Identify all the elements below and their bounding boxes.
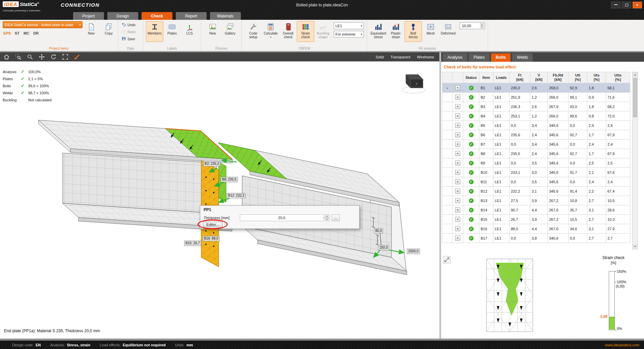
bolt-row-b5[interactable]: +✓B5LE10,03,4345,60,02,42,4 — [442, 121, 630, 130]
bolt-row-b3[interactable]: +✓B3LE1236,32,6267,993,01,868,2 — [442, 102, 630, 111]
results-tab-bolts[interactable]: Bolts — [491, 53, 511, 62]
end-plate-green[interactable] — [219, 162, 226, 202]
expand-row-button[interactable]: + — [455, 104, 460, 109]
expand-row-button[interactable]: + — [455, 189, 460, 194]
expand-row-button[interactable]: + — [455, 170, 460, 175]
fe-mesh-button[interactable]: Mesh — [422, 21, 439, 42]
expand-row-button[interactable]: + — [455, 236, 460, 241]
data-undo-button[interactable]: Undo — [121, 22, 140, 28]
expand-row-button[interactable]: + — [455, 85, 460, 90]
load-effect-select[interactable]: LE1 ▾ — [334, 22, 364, 29]
cbfem-code-setup-button[interactable]: Code setup — [245, 21, 262, 42]
bolt-row-b13[interactable]: +✓B13LE127,53,9267,210,82,710,5 — [442, 196, 630, 205]
bolt-row-b10[interactable]: +✓B10LE1233,13,0345,691,72,167,6 — [442, 168, 630, 177]
cbfem-overall-check-button[interactable]: Overall check — [279, 21, 297, 42]
close-button[interactable]: × — [633, 2, 642, 8]
spin-down-icon[interactable]: ▼ — [480, 26, 484, 29]
bolt-row-b15[interactable]: +✓B15LE126,73,9267,210,52,710,3 — [442, 215, 630, 224]
bolt-row-b4[interactable]: +✓B4LE1253,11,2266,099,60,872,0 — [442, 111, 630, 121]
paint-icon[interactable] — [74, 54, 80, 60]
expand-row-button[interactable]: + — [455, 151, 460, 156]
display-mode-solid[interactable]: Solid — [376, 55, 384, 59]
expand-row-button[interactable]: + — [455, 217, 460, 222]
pictures-new-button[interactable]: New — [204, 21, 221, 42]
more-button[interactable]: ... — [332, 214, 340, 221]
results-tab-analysis[interactable]: Analysis — [443, 53, 467, 62]
cbfem-strain-check-button[interactable]: Strain check — [297, 21, 314, 42]
scroll-down-icon[interactable]: ▼ — [633, 244, 638, 249]
labels-members-button[interactable]: Members — [146, 21, 163, 42]
model-3d[interactable] — [0, 61, 439, 339]
fe-plastic-strain-button[interactable]: Plastic strain — [387, 21, 405, 42]
extreme-mode-select[interactable]: For extreme ▾ — [334, 31, 364, 38]
labels-plates-button[interactable]: Plates — [163, 21, 181, 42]
bolt-row-b12[interactable]: +✓B12LE1232,23,1345,691,42,267,4 — [442, 187, 630, 196]
data-save-button[interactable]: Save — [121, 36, 140, 42]
viewport-3d[interactable]: Analysis✓100,0%Plates✓2,1 < 5%Bolts✓99,6… — [0, 61, 439, 339]
fe-bolt-forces-button[interactable]: Bolt forces — [405, 21, 422, 42]
project-new-button[interactable]: New — [83, 21, 100, 42]
expand-row-button[interactable]: + — [455, 207, 460, 212]
pan-icon[interactable] — [39, 54, 45, 60]
ribbon-tab-project[interactable]: Project — [73, 12, 104, 20]
expand-row-button[interactable]: + — [455, 95, 460, 100]
spin-up-icon[interactable]: ▲ — [480, 23, 484, 26]
bolt-row-b1[interactable]: ›+✓B1LE1236,02,6268,092,91,868,1 — [442, 83, 630, 93]
scrollbar-thumb[interactable] — [633, 78, 637, 117]
bolt-row-b8[interactable]: +✓B8LE1235,52,4345,692,71,767,9 — [442, 149, 630, 158]
labels-lcs-button[interactable]: LCS — [181, 21, 198, 42]
zoom-window-icon[interactable] — [15, 54, 21, 60]
thickness-input[interactable]: 20,0 — [240, 214, 324, 221]
project-mode-eps[interactable]: EPS — [3, 31, 11, 35]
zoom-icon[interactable] — [27, 54, 33, 60]
expand-row-button[interactable]: + — [455, 160, 460, 165]
bolt-row-b11[interactable]: +✓B11LE10,03,5345,60,02,42,4 — [442, 177, 630, 187]
ribbon-tab-report[interactable]: Report — [176, 12, 207, 20]
bolt-row-b16[interactable]: +✓B16LE188,04,4267,634,63,127,9 — [442, 224, 630, 234]
scroll-up-icon[interactable]: ▲ — [633, 72, 638, 77]
fit-view-icon[interactable] — [62, 54, 68, 60]
minimize-button[interactable] — [611, 2, 621, 8]
spin-down-icon[interactable]: ▼ — [325, 218, 329, 221]
project-mode-mc[interactable]: MC — [23, 31, 29, 35]
navigation-cube[interactable]: Y — [397, 72, 428, 97]
rotate-icon[interactable] — [50, 54, 57, 60]
editor-button[interactable]: Editor... — [203, 222, 222, 227]
bolt-row-b2[interactable]: +✓B2LE1251,91,2266,099,10,971,6 — [442, 93, 630, 102]
display-mode-wireframe[interactable]: Wireframe — [417, 55, 434, 59]
results-tab-welds[interactable]: Welds — [512, 53, 533, 62]
expand-row-button[interactable]: + — [455, 132, 460, 137]
bolt-row-b6[interactable]: +✓B6LE1235,62,4345,692,71,767,9 — [442, 130, 630, 140]
expand-row-button[interactable]: + — [455, 198, 460, 203]
project-copy-button[interactable]: Copy — [100, 21, 117, 42]
bolt-row-b7[interactable]: +✓B7LE10,03,4345,60,02,42,4 — [442, 140, 630, 149]
display-mode-transparent[interactable]: Transparent — [390, 55, 410, 59]
ribbon-tab-check[interactable]: Check — [142, 12, 172, 20]
table-scrollbar[interactable]: ▲ ▼ — [632, 72, 638, 249]
expand-preview-button[interactable] — [443, 256, 450, 263]
bolt-row-b17[interactable]: +✓B17LE10,03,8345,60,02,72,7 — [442, 234, 630, 243]
bolt-row-b14[interactable]: +✓B14LE190,74,4267,635,73,128,6 — [442, 205, 630, 215]
expand-row-button[interactable]: + — [455, 113, 460, 118]
expand-row-button[interactable]: + — [455, 142, 460, 147]
bolt-row-b9[interactable]: +✓B9LE10,03,5345,60,02,52,5 — [442, 158, 630, 168]
cell-value-4: 1,7 — [587, 130, 606, 140]
deformed-scale-input[interactable]: 10,00 ▲ ▼ — [460, 22, 485, 29]
ribbon-tab-design[interactable]: Design — [107, 12, 138, 20]
maximize-button[interactable] — [622, 2, 631, 8]
fe-deformed-button[interactable]: Deformed — [439, 21, 457, 42]
ribbon-tab-materials[interactable]: Materials — [210, 12, 241, 20]
project-mode-dr[interactable]: DR — [33, 31, 39, 35]
expand-row-button[interactable]: + — [455, 226, 460, 231]
expand-row-button[interactable]: + — [455, 179, 460, 184]
expand-row-button[interactable]: + — [455, 123, 460, 128]
pictures-gallery-button[interactable]: Gallery — [221, 21, 239, 42]
cbfem-calculate-button[interactable]: Calculate▾ — [262, 21, 279, 42]
project-items-dropdown[interactable]: IDEA StatiCa tutorial - bolted plate to … — [3, 21, 83, 28]
spin-up-icon[interactable]: ▲ — [325, 214, 329, 218]
project-mode-st[interactable]: ST — [15, 31, 19, 35]
results-tab-plates[interactable]: Plates — [469, 53, 489, 62]
home-icon[interactable] — [3, 54, 10, 60]
fe-equivalent-stress-button[interactable]: Equivalent stress — [370, 21, 387, 42]
website-link[interactable]: www.ideastatica.com — [605, 343, 644, 347]
